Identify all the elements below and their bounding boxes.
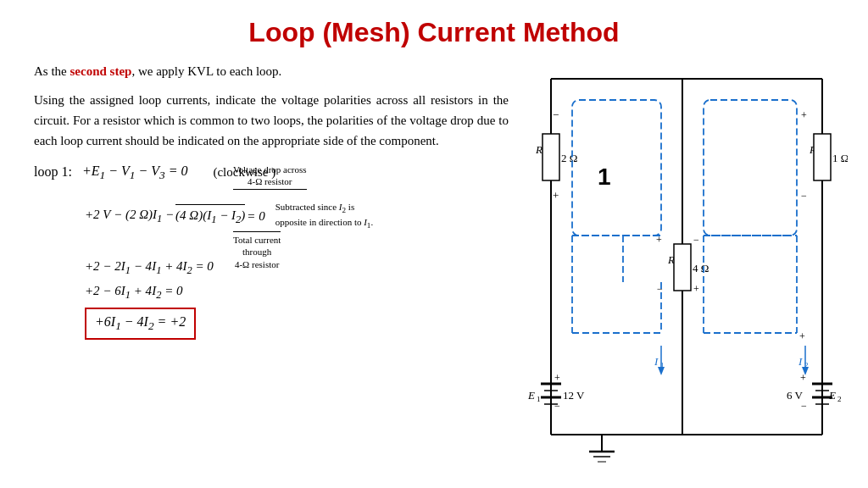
loop1-eq: +E1 − V1 − V3 = 0 [79,161,188,184]
eq2-line: +2 V − (2 Ω)I1 − (4 Ω)(I1 − I2) = 0 Subt… [85,201,509,231]
svg-rect-72 [704,100,797,236]
slide: Loop (Mesh) Current Method As the second… [0,0,868,488]
svg-text:+: + [799,330,805,342]
svg-text:12 V: 12 V [563,389,585,402]
svg-text:+: + [554,372,560,384]
svg-rect-16 [542,134,559,180]
step-prefix: As the [34,64,70,78]
svg-text:2: 2 [837,395,842,403]
content-area: As the second step, we apply KVL to each… [34,62,834,472]
main-paragraph: Using the assigned loop currents, indica… [34,90,509,151]
second-step-highlight: second step [70,64,132,78]
svg-text:−: − [657,283,663,295]
svg-text:2 Ω: 2 Ω [561,152,577,164]
annotation-top: Voltage drop across 4-Ω resistor [233,164,307,191]
svg-text:4 Ω: 4 Ω [693,262,709,274]
loop1-label: loop 1: [34,162,72,182]
svg-text:1: 1 [537,395,541,403]
overlined-term: (4 Ω)(I1 − I2) [175,204,245,228]
eq4-line: +2 − 6I1 + 4I2 = 0 [85,281,509,303]
svg-text:E: E [527,389,535,402]
svg-text:1 Ω: 1 Ω [832,152,848,164]
circuit-svg: R 1 2 Ω − + E [526,53,848,469]
final-boxed-eq: +6I1 − 4I2 = +2 [85,308,196,339]
svg-text:−: − [693,234,699,246]
svg-text:−: − [801,190,807,202]
intro-line: As the second step, we apply KVL to each… [34,62,509,81]
svg-text:+: + [801,109,807,121]
svg-text:1: 1 [598,164,611,190]
svg-rect-35 [674,244,691,291]
svg-text:R: R [535,143,542,156]
svg-rect-61 [572,100,661,236]
svg-text:I: I [798,355,803,368]
step-suffix: , we apply KVL to each loop. [131,64,281,78]
left-text: As the second step, we apply KVL to each… [34,62,509,472]
svg-text:−: − [554,400,560,412]
svg-text:E: E [828,389,836,402]
svg-marker-71 [658,367,665,375]
subtracted-note: Subtracted since I2 isopposite in direct… [275,201,373,231]
slide-title: Loop (Mesh) Current Method [34,17,834,48]
svg-text:+: + [553,189,559,202]
svg-text:+: + [693,283,699,295]
eq2-block: Voltage drop across 4-Ω resistor +2 V − … [85,201,509,231]
circuit-diagram: R 1 2 Ω − + E [526,53,848,472]
svg-text:−: − [553,108,559,121]
svg-text:I: I [654,355,659,368]
svg-text:−: − [801,400,807,412]
annotation-bottom: Total current through 4-Ω resistor [233,231,281,270]
svg-rect-45 [814,134,831,180]
